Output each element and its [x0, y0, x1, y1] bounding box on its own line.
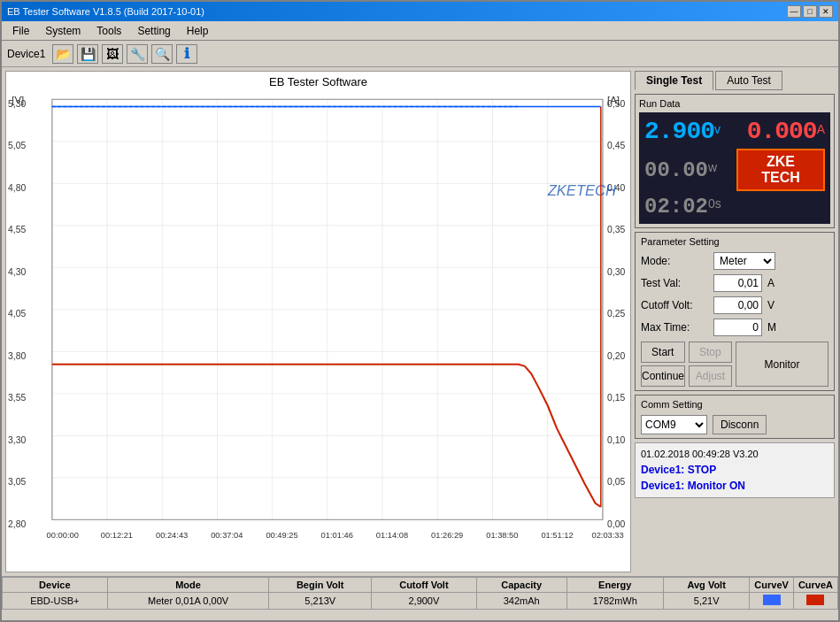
cell-curve-v [750, 593, 794, 610]
cell-cutoff-volt: 2,900V [372, 593, 477, 610]
col-energy: Energy [566, 578, 663, 593]
param-box: Parameter Setting Mode: Meter CC CV Test… [635, 232, 835, 391]
monitor-button[interactable]: Monitor [736, 342, 828, 387]
adjust-button[interactable]: Adjust [689, 365, 732, 387]
col-capacity: Capacity [476, 578, 566, 593]
col-mode: Mode [107, 578, 269, 593]
cutoff-volt-unit: V [767, 299, 785, 311]
maximize-button[interactable]: □ [803, 5, 817, 18]
svg-text:0,45: 0,45 [607, 141, 625, 150]
svg-text:00:37:04: 00:37:04 [211, 531, 243, 540]
status-line2: Device1: STOP [641, 462, 828, 478]
cell-begin-volt: 5,213V [269, 593, 372, 610]
col-cutoff-volt: Cutoff Volt [372, 578, 477, 593]
status-line1: 01.02.2018 00:49:28 V3.20 [641, 447, 828, 462]
window-title: EB Tester Software V1.8.5 (Build 2017-10… [7, 6, 204, 17]
svg-text:01:38:50: 01:38:50 [486, 531, 518, 540]
tab-single-test[interactable]: Single Test [635, 71, 713, 90]
svg-text:3,55: 3,55 [8, 393, 26, 403]
cell-avg-volt: 5,21V [663, 593, 749, 610]
svg-text:0,05: 0,05 [607, 477, 625, 487]
menu-tools[interactable]: Tools [89, 23, 128, 39]
continue-button[interactable]: Continue [641, 365, 685, 387]
svg-text:00:12:21: 00:12:21 [101, 531, 133, 540]
svg-text:3,80: 3,80 [8, 351, 26, 361]
chart-container: [V] 5,30 5,05 4,80 4,55 4,30 4,05 3,80 3… [6, 90, 630, 565]
svg-text:0,25: 0,25 [607, 309, 625, 319]
svg-text:0,15: 0,15 [607, 393, 625, 403]
start-button[interactable]: Start [641, 342, 685, 363]
titlebar: EB Tester Software V1.8.5 (Build 2017-10… [2, 2, 838, 21]
comm-port-select[interactable]: COM9 COM1 COM3 [641, 415, 707, 434]
menu-system[interactable]: System [38, 23, 88, 39]
run-data-box: Run Data 2.900v 0.000A 00.00w ZKETECH 02… [635, 94, 835, 228]
svg-text:5,30: 5,30 [8, 99, 26, 109]
svg-text:5,05: 5,05 [8, 141, 26, 150]
stop-button[interactable]: Stop [689, 342, 733, 363]
menu-help[interactable]: Help [180, 23, 216, 39]
svg-text:4,05: 4,05 [8, 309, 26, 319]
time-unit: 0s [708, 196, 721, 211]
svg-text:0,35: 0,35 [607, 225, 625, 234]
voltage-unit: v [714, 122, 721, 136]
data-table: Device Mode Begin Volt Cutoff Volt Capac… [2, 577, 838, 610]
cell-curve-a [793, 593, 837, 610]
power-display: 00.00w [644, 158, 733, 182]
svg-text:4,55: 4,55 [8, 225, 26, 234]
minimize-button[interactable]: — [787, 5, 801, 18]
open-button[interactable]: 📂 [52, 44, 73, 64]
cell-capacity: 342mAh [476, 593, 566, 610]
toolbar: Device1 📂 💾 🖼 🔧 🔍 ℹ [2, 41, 838, 67]
tab-auto-test[interactable]: Auto Test [715, 71, 782, 90]
zoom-button[interactable]: 🔍 [151, 44, 173, 64]
svg-text:00:24:43: 00:24:43 [156, 531, 188, 540]
table-row: EBD-USB+ Meter 0,01A 0,00V 5,213V 2,900V… [3, 593, 838, 610]
mode-row: Mode: Meter CC CV [641, 252, 828, 270]
right-panel: Single Test Auto Test Run Data 2.900v 0.… [635, 67, 838, 576]
svg-text:2,80: 2,80 [8, 519, 26, 529]
comm-row: COM9 COM1 COM3 Disconn [641, 415, 828, 434]
info-button[interactable]: ℹ [176, 44, 197, 64]
col-begin-volt: Begin Volt [269, 578, 372, 593]
save-button[interactable]: 💾 [77, 44, 98, 64]
test-val-input[interactable] [713, 274, 762, 292]
power-value: 00.00 [644, 158, 708, 182]
device-label: Device1 [7, 48, 45, 60]
svg-text:3,05: 3,05 [8, 477, 26, 487]
cell-mode: Meter 0,01A 0,00V [107, 593, 269, 610]
camera-button[interactable]: 🖼 [102, 44, 123, 64]
cell-device: EBD-USB+ [3, 593, 108, 610]
mode-label: Mode: [641, 255, 708, 267]
col-curve-a: CurveA [793, 578, 837, 593]
time-value: 02:02 [644, 195, 708, 219]
zke-logo: ZKETECH [736, 149, 825, 191]
current-unit: A [817, 122, 825, 136]
test-val-label: Test Val: [641, 277, 708, 289]
menu-file[interactable]: File [5, 23, 36, 39]
status-line3: Device1: Monitor ON [641, 478, 828, 494]
mode-select[interactable]: Meter CC CV [713, 252, 775, 270]
main-content: EB Tester Software [2, 67, 838, 576]
max-time-label: Max Time: [641, 321, 708, 334]
svg-text:4,30: 4,30 [8, 267, 26, 277]
settings-button[interactable]: 🔧 [127, 44, 148, 64]
svg-text:0,10: 0,10 [607, 435, 625, 445]
svg-text:0,50: 0,50 [607, 99, 625, 109]
col-device: Device [3, 578, 108, 593]
bottom-area: Device Mode Begin Volt Cutoff Volt Capac… [2, 576, 838, 620]
power-unit: w [708, 160, 717, 174]
col-avg-volt: Avg Volt [663, 578, 749, 593]
chart-title: EB Tester Software [6, 72, 630, 90]
close-button[interactable]: ✕ [819, 5, 833, 18]
menu-setting[interactable]: Setting [130, 23, 177, 39]
max-time-input[interactable] [713, 319, 762, 336]
col-curve-v: CurveV [750, 578, 794, 593]
svg-text:00:00:00: 00:00:00 [47, 531, 79, 540]
cell-energy: 1782mWh [566, 593, 663, 610]
svg-text:0,20: 0,20 [607, 351, 625, 361]
cutoff-volt-input[interactable] [713, 296, 762, 314]
main-window: EB Tester Software V1.8.5 (Build 2017-10… [0, 0, 840, 622]
time-display: 02:020s [644, 195, 733, 219]
test-val-unit: A [767, 277, 785, 289]
disconnect-button[interactable]: Disconn [713, 415, 767, 434]
